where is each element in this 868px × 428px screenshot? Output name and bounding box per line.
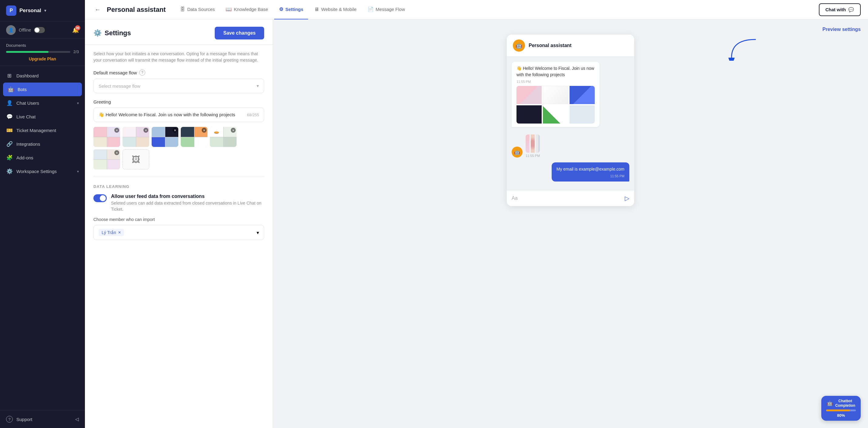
tab-data-sources[interactable]: 🗄 Data Sources xyxy=(175,0,220,20)
progress-bar xyxy=(6,51,70,53)
tab-message-flow[interactable]: 📄 Message Flow xyxy=(363,0,410,20)
tab-settings[interactable]: ⚙ Settings xyxy=(274,0,308,20)
send-button[interactable]: ▷ xyxy=(625,195,629,202)
image-thumb-5: 🥧 ✕ xyxy=(210,127,237,147)
image-thumb-6: ✕ xyxy=(93,149,120,169)
sidebar-item-label: Bots xyxy=(18,87,27,92)
user-info: 👤 Offline xyxy=(6,25,45,35)
char-count: 68/255 xyxy=(247,113,259,117)
workspace-chevron-icon: ▾ xyxy=(77,169,79,174)
toggle-content: Allow user feed data from conversations … xyxy=(111,194,264,212)
image-thumb-2: ✕ xyxy=(123,127,149,147)
toggle-label: Allow user feed data from conversations xyxy=(111,194,264,199)
chat-with-label: Chat with xyxy=(826,7,846,12)
main-nav: ⊞ Dashboard 🤖 Bots 👤 Chat Users ▾ 💬 Live… xyxy=(0,66,85,410)
avatar: 👤 xyxy=(6,25,16,35)
workspace-selector[interactable]: P Personal ▾ xyxy=(6,5,46,16)
sidebar-item-chat-users[interactable]: 👤 Chat Users ▾ xyxy=(0,96,85,110)
settings-icon: ⚙ xyxy=(279,6,283,12)
tab-label: Knowledge Base xyxy=(234,7,268,12)
remove-image-3-button[interactable]: ✕ xyxy=(173,128,178,133)
help-icon[interactable]: ? xyxy=(139,69,145,76)
remove-image-4-button[interactable]: ✕ xyxy=(202,128,207,133)
docs-count: 2/3 xyxy=(73,50,79,54)
data-learning-title: DATA LEARNING xyxy=(93,184,264,189)
settings-gear-icon: ⚙️ xyxy=(93,29,102,37)
add-image-button[interactable]: 🖼 xyxy=(123,149,149,169)
tab-knowledge-base[interactable]: 📖 Knowledge Base xyxy=(221,0,273,20)
msg-time-1: 11:55 PM xyxy=(517,80,595,84)
sidebar-item-label: Dashboard xyxy=(17,73,38,78)
widget-progress-fill xyxy=(826,409,850,411)
message-flow-dropdown[interactable]: Select message flow ▾ xyxy=(93,79,264,93)
bot-avatar: 🤖 xyxy=(513,39,525,52)
notification-button[interactable]: 🔔 99 xyxy=(72,27,79,33)
widget-percent: 80% xyxy=(837,413,845,418)
member-select[interactable]: Lý Trần ✕ ▾ xyxy=(93,225,264,240)
status-toggle[interactable] xyxy=(34,27,45,33)
back-button[interactable]: ← xyxy=(92,5,103,14)
preview-arrow xyxy=(725,36,762,61)
support-label: Support xyxy=(17,417,32,422)
data-sources-icon: 🗄 xyxy=(180,7,185,12)
default-flow-label: Default message flow ? xyxy=(93,69,264,76)
greeting-label: Greeting xyxy=(93,99,264,105)
remove-image-6-button[interactable]: ✕ xyxy=(114,150,119,155)
widget-line2: Completion xyxy=(835,403,855,408)
greeting-bubble: 👋 Hello! Welcome to Fiscal. Join us now … xyxy=(512,62,599,127)
chatbot-widget[interactable]: 🤖 Chatbot Completion 80% xyxy=(821,396,861,421)
page-title: Personal assistant xyxy=(107,6,165,13)
sidebar-item-dashboard[interactable]: ⊞ Dashboard xyxy=(0,69,85,83)
dropdown-placeholder: Select message flow xyxy=(99,84,141,89)
documents-section: Documents 2/3 Upgrade Plan xyxy=(0,39,85,66)
remove-image-5-button[interactable]: ✕ xyxy=(231,128,236,133)
notification-badge: 99 xyxy=(75,25,81,31)
greeting-text: 👋 Hello! Welcome to Fiscal. Join us now … xyxy=(517,65,595,78)
greeting-text: 👋 Hello! Welcome to Fiscal. Join us now … xyxy=(99,112,244,117)
workspace-chevron-icon: ▾ xyxy=(44,8,46,13)
image-thumb-3: ✕ xyxy=(152,127,178,147)
remove-image-1-button[interactable]: ✕ xyxy=(114,128,119,133)
remove-member-button[interactable]: ✕ xyxy=(118,230,121,235)
sidebar-item-bots[interactable]: 🤖 Bots xyxy=(3,83,82,96)
tab-label: Data Sources xyxy=(187,7,215,12)
section-divider xyxy=(93,177,264,177)
sidebar-item-label: Ticket Management xyxy=(17,128,56,133)
documents-label: Documents xyxy=(6,43,79,48)
sidebar-item-label: Chat Users xyxy=(17,101,39,106)
upgrade-plan-link[interactable]: Upgrade Plan xyxy=(6,56,79,61)
bot-greeting-message: 👋 Hello! Welcome to Fiscal. Join us now … xyxy=(512,62,629,127)
greeting-input[interactable]: 👋 Hello! Welcome to Fiscal. Join us now … xyxy=(93,108,264,122)
chat-input[interactable]: Aa xyxy=(512,196,622,201)
ticket-icon: 🎫 xyxy=(6,127,13,134)
sidebar-item-workspace-settings[interactable]: ⚙️ Workspace Settings ▾ xyxy=(0,165,85,178)
workspace-name: Personal xyxy=(20,7,41,13)
bot-msg-avatar: 🤖 xyxy=(512,147,523,158)
support-item[interactable]: ? Support ◁ xyxy=(6,414,79,424)
chat-with-button[interactable]: Chat with 💬 xyxy=(819,3,861,16)
bot-name: Personal assistant xyxy=(529,43,571,48)
chat-preview: 🤖 Personal assistant 👋 Hello! Welcome to… xyxy=(507,35,634,206)
support-icon: ? xyxy=(6,416,13,423)
dashboard-icon: ⊞ xyxy=(6,73,13,79)
chat-users-icon: 👤 xyxy=(6,100,13,106)
sidebar-item-ticket-management[interactable]: 🎫 Ticket Management xyxy=(0,123,85,137)
sidebar-item-live-chat[interactable]: 💬 Live Chat xyxy=(0,110,85,123)
image-thumb-4: ✕ xyxy=(181,127,208,147)
remove-image-2-button[interactable]: ✕ xyxy=(144,128,148,133)
second-image-grid xyxy=(526,135,540,153)
sidebar-item-integrations[interactable]: 🔗 Integrations xyxy=(0,137,85,151)
bot-images-message: 🤖 11:55 PM xyxy=(512,132,629,158)
add-image-icon: 🖼 xyxy=(132,154,140,165)
tab-label: Message Flow xyxy=(376,7,405,12)
data-learning-toggle[interactable] xyxy=(93,194,107,202)
settings-panel: ⚙️ Settings Save changes Select how your… xyxy=(85,20,273,428)
tab-website-mobile[interactable]: 🖥 Website & Mobile xyxy=(309,0,361,20)
save-changes-button[interactable]: Save changes xyxy=(215,27,264,39)
progress-fill xyxy=(6,51,49,53)
greeting-section: Greeting 👋 Hello! Welcome to Fiscal. Joi… xyxy=(93,99,264,122)
main-content: ← Personal assistant 🗄 Data Sources 📖 Kn… xyxy=(85,0,868,428)
toggle-row: Allow user feed data from conversations … xyxy=(93,194,264,212)
sidebar-item-label: Integrations xyxy=(17,141,40,147)
sidebar-item-add-ons[interactable]: 🧩 Add-ons xyxy=(0,151,85,165)
